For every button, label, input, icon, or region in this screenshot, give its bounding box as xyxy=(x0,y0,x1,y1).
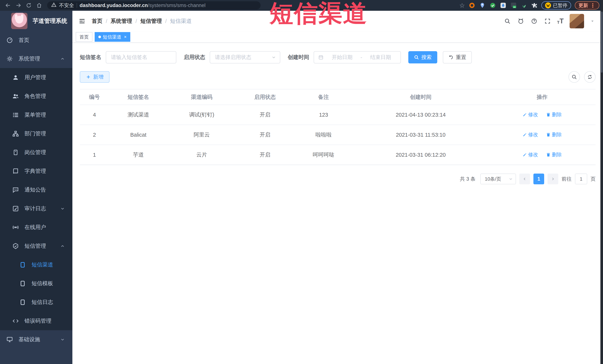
sidebar-item-error-code[interactable]: 错误码管理 xyxy=(0,311,72,330)
reset-button[interactable]: 重置 xyxy=(443,51,472,63)
help-icon[interactable] xyxy=(530,17,538,25)
search-icon[interactable] xyxy=(504,17,511,25)
not-secure-icon xyxy=(51,2,57,9)
cell-remark: 呵呵呵哒 xyxy=(294,145,353,165)
add-button[interactable]: 新增 xyxy=(80,71,109,83)
extension-orange-icon[interactable] xyxy=(469,2,475,9)
tab-sms-channel[interactable]: 短信渠道 × xyxy=(95,32,130,42)
close-icon[interactable]: × xyxy=(124,34,127,40)
sidebar-item-infrastructure[interactable]: 基础设施 xyxy=(0,330,72,349)
next-page-button[interactable] xyxy=(547,174,558,184)
filter-row: 短信签名 启用状态 请选择启用状态 创建时间 开始日期 - xyxy=(80,51,596,63)
date-end-placeholder[interactable]: 结束日期 xyxy=(365,54,396,61)
extension-pin-icon[interactable] xyxy=(479,2,486,9)
goto-label: 前往 xyxy=(562,176,572,182)
sidebar-item-sms-channel[interactable]: 短信渠道 xyxy=(0,255,72,274)
extension-droplet-icon[interactable] xyxy=(500,2,507,9)
sidebar-submenu-system: 用户管理 角色管理 菜单管理 部门管理 xyxy=(0,68,72,330)
sidebar-item-departments[interactable]: 部门管理 xyxy=(0,124,72,143)
users-icon xyxy=(12,93,19,99)
sidebar-item-roles[interactable]: 角色管理 xyxy=(0,87,72,106)
sidebar-item-home[interactable]: 首页 xyxy=(0,31,72,50)
app-logo-row[interactable]: 芋道管理系统 xyxy=(0,11,72,31)
sidebar-menu: 首页 系统管理 用户管理 角色管理 xyxy=(0,31,72,364)
extension-plant-icon[interactable] xyxy=(521,2,527,9)
address-bar[interactable]: 不安全 dashboard.yudao.iocoder.cn/system/sm… xyxy=(47,1,261,10)
pagination-total: 共 3 条 xyxy=(460,176,475,182)
goto-page-input[interactable] xyxy=(575,174,587,184)
extensions-puzzle-icon[interactable] xyxy=(531,2,538,9)
sidebar-item-label: 系统管理 xyxy=(19,55,40,63)
delete-link[interactable]: 删除 xyxy=(546,151,562,158)
toggle-search-button[interactable] xyxy=(568,71,580,83)
extension-on-badge-icon[interactable]: on xyxy=(510,2,517,9)
font-size-icon[interactable]: TT xyxy=(557,18,564,24)
sidebar-item-notice[interactable]: 通知公告 xyxy=(0,180,72,199)
edit-link[interactable]: 修改 xyxy=(522,111,538,118)
profile-paused-badge[interactable]: 已暂停 xyxy=(541,1,571,10)
cell-sign: Balicat xyxy=(109,125,168,145)
delete-link[interactable]: 删除 xyxy=(546,111,562,118)
sidebar-item-online-users[interactable]: 在线用户 xyxy=(0,218,72,237)
cell-remark: 啦啦啦 xyxy=(294,125,353,145)
browser-home-icon[interactable] xyxy=(35,1,43,10)
breadcrumb-system[interactable]: 系统管理 xyxy=(111,17,132,25)
date-range-picker[interactable]: 开始日期 - 结束日期 xyxy=(314,51,401,63)
table-header-row: 编号 短信签名 渠道编码 启用状态 备注 创建时间 操作 xyxy=(80,89,596,105)
user-caret-down-icon[interactable] xyxy=(590,17,595,25)
fullscreen-icon[interactable] xyxy=(544,17,551,25)
browser-back-icon[interactable] xyxy=(4,1,12,10)
date-start-placeholder[interactable]: 开始日期 xyxy=(326,54,358,61)
cell-status: 开启 xyxy=(236,105,294,125)
breadcrumb-home[interactable]: 首页 xyxy=(92,17,103,25)
sidebar-item-menus[interactable]: 菜单管理 xyxy=(0,106,72,124)
sidebar-item-label: 短信模板 xyxy=(32,280,53,287)
tab-home[interactable]: 首页 xyxy=(76,32,93,42)
page-number-current[interactable]: 1 xyxy=(533,174,544,184)
sidebar-item-system[interactable]: 系统管理 xyxy=(0,50,72,68)
github-icon[interactable] xyxy=(517,17,524,25)
sidebar-item-users[interactable]: 用户管理 xyxy=(0,68,72,87)
prev-page-button[interactable] xyxy=(519,174,530,184)
user-avatar[interactable] xyxy=(569,14,584,28)
scrollbar-thumb[interactable] xyxy=(601,11,603,73)
chevron-down-icon xyxy=(509,177,513,181)
browser-forward-icon[interactable] xyxy=(14,1,23,10)
edit-label: 修改 xyxy=(528,131,538,138)
sidebar-item-label: 审计日志 xyxy=(24,205,46,212)
status-select[interactable]: 请选择启用状态 xyxy=(210,51,280,63)
breadcrumb-sms[interactable]: 短信管理 xyxy=(140,17,162,25)
page-size-select[interactable]: 10条/页 xyxy=(480,174,516,184)
edit-link[interactable]: 修改 xyxy=(522,131,538,138)
sign-input[interactable] xyxy=(111,54,171,60)
sidebar-item-sms-log[interactable]: 短信日志 xyxy=(0,293,72,311)
add-button-label: 新增 xyxy=(93,73,104,80)
sidebar-item-posts[interactable]: 岗位管理 xyxy=(0,143,72,162)
search-button[interactable]: 搜索 xyxy=(408,51,437,63)
extension-check-icon[interactable] xyxy=(489,2,496,9)
toolbar-row: 新增 xyxy=(80,71,596,83)
sidebar-item-audit-log[interactable]: 审计日志 xyxy=(0,199,72,218)
browser-update-button[interactable]: 更新 ⋮ xyxy=(575,1,599,10)
book-icon xyxy=(12,168,19,175)
col-remark: 备注 xyxy=(294,89,353,105)
sidebar-item-label: 岗位管理 xyxy=(24,149,46,156)
bookmark-star-icon[interactable]: ☆ xyxy=(459,2,465,9)
browser-reload-icon[interactable] xyxy=(24,1,33,10)
update-label: 更新 xyxy=(579,2,588,9)
sidebar-item-label: 角色管理 xyxy=(24,93,46,100)
delete-label: 删除 xyxy=(552,111,562,118)
delete-link[interactable]: 删除 xyxy=(546,131,562,138)
sidebar-item-dict[interactable]: 字典管理 xyxy=(0,162,72,180)
sidebar-item-sms[interactable]: 短信管理 xyxy=(0,237,72,255)
hamburger-icon[interactable] xyxy=(78,17,86,25)
refresh-table-button[interactable] xyxy=(584,71,596,83)
list-icon xyxy=(12,112,19,118)
cell-status: 开启 xyxy=(236,145,294,165)
sidebar-item-sms-template[interactable]: 短信模板 xyxy=(0,274,72,293)
browser-menu-kebab-icon[interactable]: ⋮ xyxy=(590,2,596,9)
cell-id: 1 xyxy=(80,145,109,165)
scrollbar[interactable] xyxy=(600,0,603,364)
trash-icon xyxy=(546,153,551,157)
edit-link[interactable]: 修改 xyxy=(522,151,538,158)
